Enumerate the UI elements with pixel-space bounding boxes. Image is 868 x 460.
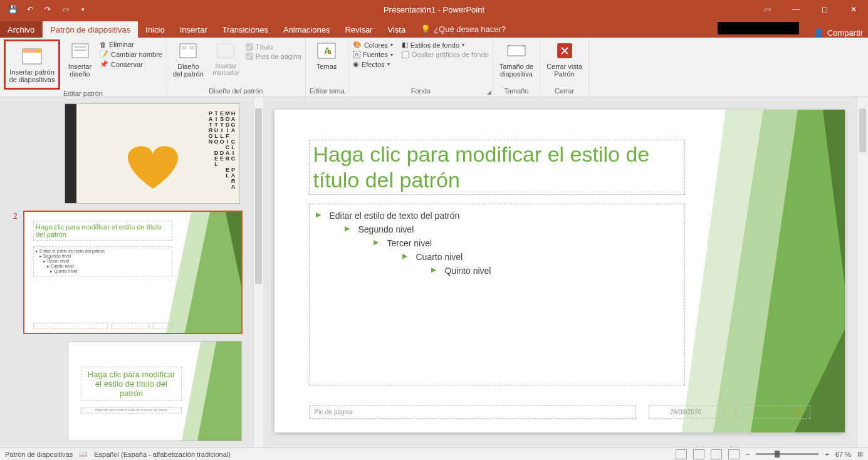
rename-button[interactable]: 📝Cambiar nombre <box>100 50 162 58</box>
footer-placeholder[interactable]: Pie de página <box>309 405 636 419</box>
fit-to-window-icon[interactable]: ⊞ <box>857 450 863 458</box>
minimize-icon[interactable]: — <box>782 0 810 19</box>
reading-view-icon[interactable] <box>711 449 722 459</box>
background-styles-button[interactable]: ◧Estilos de fondo▾ <box>402 41 489 49</box>
insert-layout-button[interactable]: Insertar diseño <box>63 39 97 79</box>
status-view-mode: Patrón de diapositivas <box>5 451 73 458</box>
master-thumbnail-2[interactable]: 2 Haga clic para modificar el estilo de … <box>24 211 242 333</box>
tab-slide-master[interactable]: Patrón de diapositivas <box>43 21 138 38</box>
colors-icon: 🎨 <box>353 41 362 49</box>
tab-view[interactable]: Vista <box>380 21 413 38</box>
tab-transitions[interactable]: Transiciones <box>215 21 276 38</box>
size-icon <box>506 41 526 61</box>
tab-file[interactable]: Archivo <box>0 21 43 38</box>
tab-insert[interactable]: Insertar <box>172 21 215 38</box>
maximize-icon[interactable]: ◻ <box>810 0 839 19</box>
insert-placeholder-button[interactable]: Insertar marcador <box>209 39 243 78</box>
start-slideshow-icon[interactable]: ▭ <box>58 2 73 17</box>
svg-text:a: a <box>328 48 332 55</box>
slide-vertical-scrollbar[interactable] <box>857 97 868 447</box>
sorter-view-icon[interactable] <box>693 449 704 459</box>
themes-icon: Aa <box>316 41 337 61</box>
master-thumbnail-1[interactable]: HAGA CLIC PARA MODIFICAR EL ESTILO DE TI… <box>65 103 240 204</box>
zoom-out-icon[interactable]: − <box>746 451 750 458</box>
svg-rect-13 <box>508 46 525 56</box>
slide-thumbnail-pane[interactable]: HAGA CLIC PARA MODIFICAR EL ESTILO DE TI… <box>0 97 263 447</box>
thumbnail-scrollbar[interactable] <box>253 97 263 447</box>
master-text-placeholder[interactable]: Editar el estilo de texto del patrón Seg… <box>309 204 685 385</box>
title-checkbox[interactable]: Título <box>246 43 301 51</box>
effects-icon: ◉ <box>353 60 359 68</box>
layout-icon <box>70 41 90 61</box>
group-edit-theme: Editar tema <box>310 87 345 97</box>
tell-me-search[interactable]: 💡 ¿Qué desea hacer? <box>413 21 513 38</box>
spellcheck-icon[interactable]: 📖 <box>79 450 88 458</box>
fonts-button[interactable]: AFuentes▾ <box>353 51 393 58</box>
slide-canvas[interactable]: Haga clic para modificar el estilo de tí… <box>275 110 845 432</box>
svg-point-2 <box>36 49 40 53</box>
share-button[interactable]: 👤 Compartir <box>813 28 863 38</box>
qat-more-icon[interactable]: ▾ <box>75 2 90 17</box>
rename-icon: 📝 <box>100 50 108 58</box>
ribbon-display-icon[interactable]: ▭ <box>753 0 782 19</box>
undo-icon[interactable]: ↶ <box>23 2 38 17</box>
master-title-placeholder[interactable]: Haga clic para modificar el estilo de tí… <box>309 140 685 195</box>
save-icon[interactable]: 💾 <box>5 2 20 17</box>
layout-thumbnail-3[interactable]: Haga clic para modificar el estilo de tí… <box>68 341 242 441</box>
effects-button[interactable]: ◉Efectos▾ <box>353 60 393 68</box>
delete-button[interactable]: 🗑Eliminar <box>100 41 162 48</box>
close-x-icon <box>555 41 575 61</box>
zoom-in-icon[interactable]: + <box>825 451 829 458</box>
slide-size-button[interactable]: Tamaño de diapositiva <box>497 39 536 79</box>
footers-checkbox[interactable]: Pies de página <box>246 53 301 60</box>
svg-rect-16 <box>65 104 76 203</box>
date-placeholder[interactable]: 28/08/2020 <box>649 405 723 419</box>
group-close: Cerrar <box>544 87 585 97</box>
svg-rect-8 <box>189 46 194 50</box>
preserve-button[interactable]: 📌Conservar <box>100 60 162 68</box>
lightbulb-icon: 💡 <box>421 24 431 34</box>
redo-icon[interactable]: ↷ <box>40 2 55 17</box>
zoom-level[interactable]: 67 % <box>835 451 851 458</box>
close-master-view-button[interactable]: Cerrar vista Patrón <box>544 39 585 79</box>
hide-bg-graphics-checkbox[interactable]: Ocultar gráficos de fondo <box>402 51 489 58</box>
fonts-icon: A <box>353 51 360 58</box>
account-redacted <box>718 22 799 34</box>
group-size: Tamaño <box>497 87 536 97</box>
tab-animations[interactable]: Animaciones <box>276 21 337 38</box>
app-title: Presentación1 - PowerPoint <box>384 5 484 14</box>
svg-rect-9 <box>217 44 234 58</box>
background-launcher-icon[interactable]: ◢ <box>487 89 491 95</box>
slideshow-view-icon[interactable] <box>728 449 740 459</box>
group-background: Fondo <box>353 87 489 97</box>
group-master-layout: Diseño del patrón <box>170 87 301 97</box>
svg-rect-7 <box>182 46 187 50</box>
slide-edit-area[interactable]: Haga clic para modificar el estilo de tí… <box>263 97 868 447</box>
zoom-slider[interactable] <box>756 453 818 455</box>
svg-rect-3 <box>72 44 88 58</box>
close-icon[interactable]: ✕ <box>839 0 868 19</box>
status-language[interactable]: Español (España - alfabetización tradici… <box>94 451 231 458</box>
thumb-number: 2 <box>13 212 18 221</box>
normal-view-icon[interactable] <box>676 449 687 459</box>
themes-button[interactable]: Aa Temas <box>310 39 344 71</box>
tab-home[interactable]: Inicio <box>138 21 172 38</box>
slide-master-icon <box>22 46 42 66</box>
master-layout-button[interactable]: Diseño del patrón <box>170 39 206 79</box>
share-icon: 👤 <box>813 28 824 38</box>
delete-icon: 🗑 <box>100 41 107 48</box>
insert-slide-master-button[interactable]: Insertar patrón de diapositivas <box>4 39 60 90</box>
facet-background <box>682 110 845 432</box>
pin-icon: 📌 <box>100 60 108 68</box>
slide-number-placeholder[interactable]: ‹N°› <box>736 405 810 419</box>
tab-review[interactable]: Revisar <box>337 21 380 38</box>
colors-button[interactable]: 🎨Colores▾ <box>353 41 393 49</box>
placeholder-icon <box>216 41 236 61</box>
bg-icon: ◧ <box>402 41 408 49</box>
grid-icon <box>178 41 198 61</box>
